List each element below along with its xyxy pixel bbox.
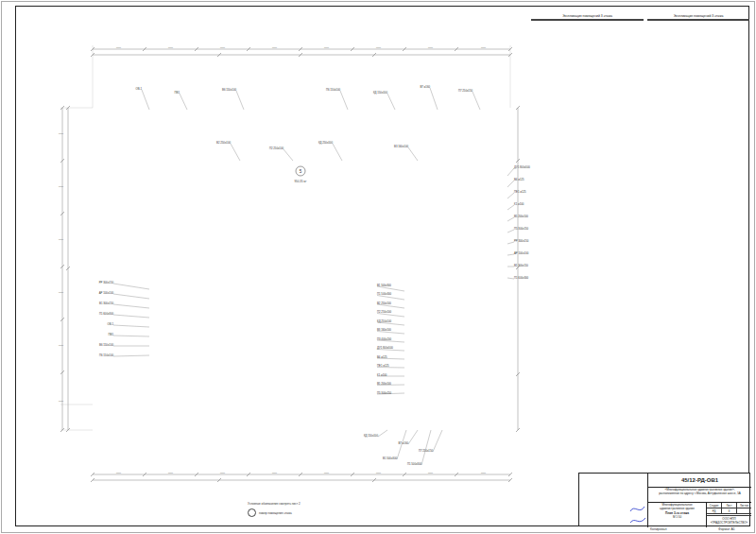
- callout-label: П6 150x100: [326, 88, 341, 92]
- callout-leader: [397, 430, 406, 459]
- title-block: 45/12-РД-ОВ1 «Многофункциональное админи…: [578, 473, 750, 526]
- document-number: 45/12-РД-ОВ1: [647, 474, 751, 488]
- callout-label: П1 600x300: [514, 276, 529, 280]
- side-stamp: [3, 374, 15, 523]
- callout-label: ОВ-1: [107, 322, 113, 326]
- callout-label: ДУ1 800x500: [377, 346, 393, 350]
- callout-label: В6 150x100: [222, 88, 236, 92]
- stage-table: Стадия Лист Листов РД 8: [706, 503, 751, 515]
- callout-label: П3 400x200: [377, 337, 392, 341]
- dimension-value: 6000: [376, 472, 382, 474]
- callout-label: В1 300x150: [514, 264, 528, 267]
- callout-leader: [113, 294, 149, 299]
- dimension-value: 6000: [481, 46, 487, 48]
- callout-label: П1 500x300: [377, 292, 392, 296]
- callout-label: В1 300x150: [99, 301, 113, 305]
- callout-label: П7 250x150: [458, 89, 473, 93]
- dimension-value: 6000: [59, 185, 64, 187]
- dimension-value: 6000: [272, 472, 278, 474]
- callout-label: ПВ1: [175, 91, 180, 95]
- callout-leader: [507, 242, 514, 244]
- callout-leader: [507, 168, 514, 176]
- callout-label: РР 300x150: [99, 281, 114, 284]
- callout-leader: [507, 278, 514, 279]
- callout-leader: [340, 91, 348, 110]
- legend: Условные обозначения смотреть лист 2 ном…: [248, 502, 301, 517]
- callout-leader: [507, 254, 514, 255]
- dimension-value: 6000: [168, 472, 174, 474]
- floor-plan-drawing: ДУ1 800x500В4 ø125ПЕ1 ø125К1 ø100В5 200x…: [0, 0, 756, 534]
- callout-label: АР 100x100: [99, 291, 114, 295]
- dimension-value: 6000: [59, 238, 64, 240]
- callout-leader: [507, 230, 514, 233]
- callout-label: В6 150x100: [99, 343, 113, 347]
- callout-label: ПЕ1 ø125: [514, 190, 526, 194]
- callout-label: П1 500x300: [407, 462, 422, 466]
- drawing-sheet: ДУ1 800x500В4 ø125ПЕ1 ø125К1 ø100В5 200x…: [0, 0, 756, 534]
- callout-leader: [113, 355, 149, 356]
- dimension-value: 6000: [220, 472, 226, 474]
- copied-label: Копировал: [650, 527, 667, 531]
- callout-leader: [507, 217, 514, 221]
- dimension-value: 6000: [324, 46, 330, 48]
- callout-leader: [113, 336, 149, 336]
- callout-leader: [377, 314, 404, 318]
- callout-label: П1 600x300: [99, 312, 114, 316]
- callout-label: К1 ø100: [514, 202, 524, 206]
- company-line: «ГРАДОСТРОИТЕЛЬСТВО»: [707, 522, 751, 525]
- callout-label: ПЕ1 ø125: [377, 364, 389, 368]
- callout-leader: [284, 149, 293, 161]
- callout-leader: [507, 193, 514, 198]
- area-note: 950,35 м²: [294, 180, 306, 183]
- callout-leader: [507, 205, 514, 210]
- callout-label: КД 250x100: [318, 141, 333, 145]
- callout-leader: [433, 430, 442, 452]
- company-name: ООО НПП «ГРАДОСТРОИТЕЛЬСТВО»: [706, 515, 751, 527]
- callout-label: ОВ-1: [135, 87, 142, 91]
- room-schedule-table-2: Экспликация помещений 3 этажа: [647, 13, 749, 21]
- callout-label: РР 300x150: [514, 239, 529, 243]
- callout-label: П6 150x100: [99, 353, 114, 357]
- callout-label: К1 ø100: [377, 373, 387, 377]
- callout-label: П2 250x100: [269, 146, 284, 150]
- legend-symbol-label: номер помещения этажа: [259, 511, 292, 515]
- object-name-cell: Многофункциональное административное зда…: [647, 503, 706, 527]
- callout-leader: [507, 181, 514, 187]
- dimension-value: 6000: [376, 46, 382, 48]
- dimension-value: 6000: [272, 46, 278, 48]
- callout-leader: [421, 430, 431, 465]
- callout-leader: [387, 94, 395, 110]
- scale-label: М 1:50: [648, 516, 706, 520]
- dimension-value: 6000: [116, 46, 122, 48]
- callout-label: В5 200x100: [514, 215, 528, 218]
- dimension-value: 6000: [220, 46, 226, 48]
- callout-leader: [231, 144, 240, 161]
- callout-label: КД 150x100: [373, 91, 387, 95]
- room-number-symbol: [248, 508, 256, 517]
- dimension-value: 6000: [168, 46, 174, 48]
- callout-label: В3 160x100: [377, 328, 391, 332]
- callout-label: В5 200x100: [377, 382, 391, 386]
- callout-label: В2 250x100: [377, 301, 391, 305]
- dimension-value: 6000: [59, 291, 64, 293]
- callout-leader: [377, 304, 404, 308]
- project-line: расположенное по адресу: г.Москва, Алтуф…: [650, 492, 749, 496]
- callout-leader: [408, 430, 418, 444]
- callout-leader: [113, 325, 149, 327]
- dimension-value: 6000: [59, 400, 64, 402]
- callout-leader: [113, 304, 149, 308]
- signature-scribbles: [628, 502, 647, 527]
- callout-label: В7 ø160: [398, 441, 408, 445]
- project-name: «Многофункциональное административное зд…: [647, 488, 751, 503]
- callout-label: П5 300x150: [514, 227, 529, 231]
- callout-label: В7 ø160: [420, 85, 430, 89]
- legend-note: Условные обозначения смотреть лист 2: [248, 502, 301, 506]
- callout-leader: [236, 91, 244, 110]
- callout-leader: [377, 286, 404, 291]
- dimension-value: 6000: [481, 472, 487, 474]
- callout-leader: [142, 90, 149, 110]
- callout-label: ДУ1 800x500: [514, 165, 530, 169]
- callout-label: В4 ø125: [514, 178, 524, 181]
- callout-label: В2 250x100: [216, 141, 231, 145]
- callout-label: В1 500x300: [377, 284, 391, 287]
